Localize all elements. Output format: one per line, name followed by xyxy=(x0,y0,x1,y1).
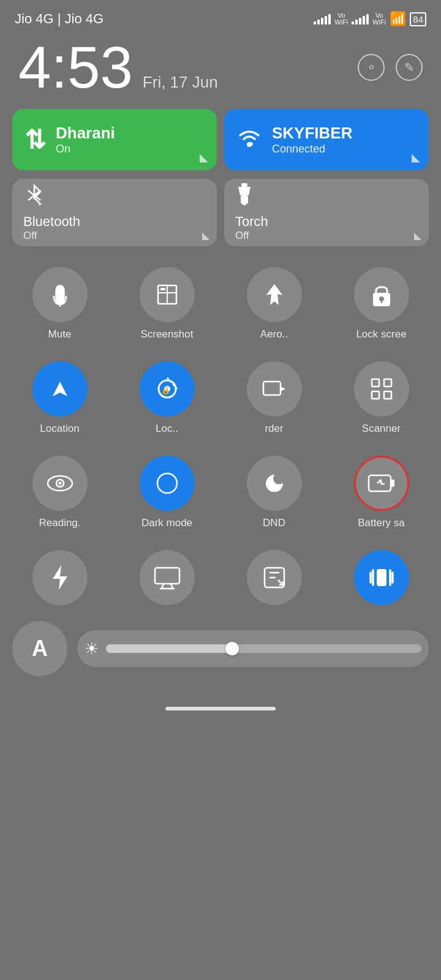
location-tile[interactable]: Location xyxy=(6,353,113,441)
svg-point-0 xyxy=(247,142,252,147)
svg-rect-24 xyxy=(372,391,379,399)
svg-marker-16 xyxy=(53,382,67,396)
batterysaver-label: Battery sa xyxy=(358,517,405,529)
status-bar: Jio 4G | Jio 4G VoWiFi VoWiFi 📶 84 xyxy=(0,0,441,32)
svg-marker-21 xyxy=(281,386,285,391)
grid-row-3: Reading. Dark mode DND xyxy=(0,447,441,535)
location-lock-label: Loc.. xyxy=(156,423,178,435)
screenrecord-tile[interactable]: rder xyxy=(221,353,328,441)
brightness-slider[interactable]: ☀ xyxy=(77,630,429,667)
svg-point-28 xyxy=(58,482,61,485)
battery-level: 84 xyxy=(413,14,423,24)
mute-label: Mute xyxy=(48,328,72,341)
location-label: Location xyxy=(40,423,79,435)
medium-tiles-row: Bluetooth Off ◣ Torch Off ◣ xyxy=(0,179,441,246)
clock-date: Fri, 17 Jun xyxy=(143,73,218,92)
mute-tile[interactable]: Mute xyxy=(6,258,113,347)
dnd-icon-wrap xyxy=(247,456,302,511)
brightness-sun-icon: ☀ xyxy=(85,639,99,658)
desktop-tile[interactable] xyxy=(113,541,221,611)
bluetooth-icon xyxy=(23,183,206,210)
clock-time: 4:53 xyxy=(18,38,133,97)
screenrecord-icon-wrap xyxy=(247,361,302,417)
mobile-data-icon: ⇅ xyxy=(24,125,46,155)
battery-icon: 84 xyxy=(410,12,426,26)
location-lock-tile[interactable]: 🔒 Loc.. xyxy=(113,353,221,441)
svg-rect-20 xyxy=(263,382,281,395)
mobile-data-arrow: ◣ xyxy=(200,151,208,164)
bluetooth-tile[interactable]: Bluetooth Off ◣ xyxy=(12,179,217,246)
clock-area: 4:53 Fri, 17 Jun ⚬ ✎ xyxy=(0,32,441,109)
flash-tile[interactable] xyxy=(6,541,113,611)
svg-point-29 xyxy=(157,473,177,493)
edit-icon[interactable]: ✎ xyxy=(396,54,423,81)
svg-rect-12 xyxy=(160,288,165,290)
darkmode-tile[interactable]: Dark mode xyxy=(113,447,221,535)
grid-row-2: Location 🔒 Loc.. rder xyxy=(0,353,441,441)
svg-rect-6 xyxy=(243,204,246,205)
torch-text: Torch Off xyxy=(235,214,418,242)
scanner-icon-wrap xyxy=(354,361,409,417)
bluetooth-sub: Off xyxy=(23,230,206,242)
brightness-row: A ☀ xyxy=(0,621,441,676)
wifi-tile-icon xyxy=(236,126,262,154)
wifi-tile[interactable]: SKYFIBER Connected ◣ xyxy=(224,109,429,170)
aeroplane-icon-wrap xyxy=(247,267,302,322)
mobile-data-title: Dharani xyxy=(56,124,115,143)
wifi-text: SKYFIBER Connected xyxy=(272,124,352,156)
wifi-sub: Connected xyxy=(272,143,352,156)
signal-bars-1 xyxy=(314,13,331,24)
clock-left: 4:53 Fri, 17 Jun xyxy=(18,38,218,97)
screenshot-label: Screenshot xyxy=(141,328,194,341)
lockscreen-icon-wrap xyxy=(354,267,409,322)
svg-marker-4 xyxy=(238,187,251,195)
aeroplane-tile[interactable]: Aero.. xyxy=(221,258,328,347)
darkmode-label: Dark mode xyxy=(141,517,192,529)
svg-rect-25 xyxy=(384,391,391,399)
svg-rect-3 xyxy=(241,183,247,187)
nav-home-pill[interactable] xyxy=(165,707,276,710)
mobile-data-text: Dharani On xyxy=(56,124,115,156)
batterysaver-icon-wrap xyxy=(354,456,409,511)
svg-rect-5 xyxy=(241,195,248,204)
lockscreen-tile[interactable]: Lock scree xyxy=(328,258,435,347)
mobile-data-sub: On xyxy=(56,143,115,156)
svg-rect-22 xyxy=(372,379,379,386)
reading-icon-wrap xyxy=(32,456,88,511)
dnd-tile[interactable]: DND xyxy=(221,447,328,535)
screenshot-tile[interactable]: Screenshot xyxy=(113,258,221,347)
mute-icon-wrap xyxy=(32,267,88,322)
font-a-label: A xyxy=(32,636,48,662)
link-icon-wrap xyxy=(247,550,302,605)
signal-bars-2 xyxy=(352,13,369,24)
link-tile[interactable] xyxy=(221,541,328,611)
dnd-label: DND xyxy=(263,517,285,529)
bottom-row xyxy=(0,541,441,611)
mobile-data-tile[interactable]: ⇅ Dharani On ◣ xyxy=(12,109,217,170)
nav-bar xyxy=(0,695,441,717)
wifi-icon: 📶 xyxy=(390,11,406,27)
bluetooth-title: Bluetooth xyxy=(23,214,206,230)
darkmode-icon-wrap xyxy=(140,456,195,511)
wifi-arrow: ◣ xyxy=(412,151,420,164)
settings-icon[interactable]: ⚬ xyxy=(358,54,385,81)
reading-tile[interactable]: Reading. xyxy=(6,447,113,535)
batterysaver-tile[interactable]: Battery sa xyxy=(328,447,435,535)
vo-wifi-2: VoWiFi xyxy=(372,12,386,26)
torch-arrow: ◣ xyxy=(414,230,421,241)
location-lock-icon-wrap: 🔒 xyxy=(140,361,195,417)
large-tiles-row: ⇅ Dharani On ◣ SKYFIBER Connected ◣ xyxy=(0,109,441,170)
svg-text:🔒: 🔒 xyxy=(161,385,170,394)
reading-label: Reading. xyxy=(39,517,80,529)
torch-sub: Off xyxy=(235,230,418,242)
scanner-tile[interactable]: Scanner xyxy=(328,353,435,441)
torch-tile[interactable]: Torch Off ◣ xyxy=(224,179,429,246)
svg-rect-30 xyxy=(369,475,391,491)
scanner-label: Scanner xyxy=(362,423,401,435)
flash-icon-wrap xyxy=(32,550,88,605)
svg-rect-23 xyxy=(384,379,391,386)
vibrate-tile[interactable] xyxy=(328,541,435,611)
font-size-icon[interactable]: A xyxy=(12,621,67,676)
svg-rect-31 xyxy=(391,480,394,487)
svg-rect-43 xyxy=(377,569,386,586)
